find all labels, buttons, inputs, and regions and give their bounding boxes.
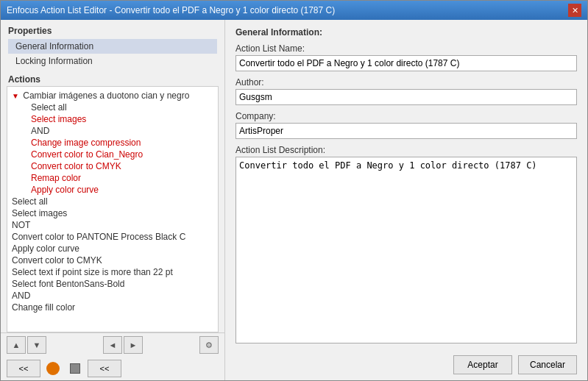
actions-label: Actions	[1, 71, 224, 86]
general-info-title: General Information:	[235, 27, 577, 38]
tree-child-apply-curve-1[interactable]: Apply color curve	[9, 184, 216, 196]
stop-btn[interactable]	[65, 360, 85, 377]
author-label: Author:	[235, 77, 577, 88]
record-icon	[46, 362, 60, 375]
down-icon: ▼	[33, 341, 41, 349]
record-btn[interactable]	[43, 360, 63, 377]
action-list-name-field-group: Action List Name:	[235, 43, 577, 71]
settings-icon: ⚙	[205, 341, 213, 350]
aceptar-button[interactable]: Aceptar	[453, 355, 512, 374]
left-toolbar: ▲ ▼ ◄ ► ⚙	[1, 332, 224, 357]
up-icon: ▲	[13, 341, 21, 349]
main-content: Properties General Information Locking I…	[1, 20, 587, 380]
properties-section: Properties General Information Locking I…	[1, 20, 224, 71]
tree-item-pantone[interactable]: Convert color to PANTONE Process Black C	[9, 231, 216, 243]
toolbar-nav-group: ▲ ▼	[7, 336, 46, 354]
tree-item-and-2[interactable]: AND	[9, 290, 216, 302]
tree-group-label: Cambiar imágenes a duotono cian y negro	[23, 90, 189, 101]
tree-item-convert-cmyk-2[interactable]: Convert color to CMYK	[9, 254, 216, 266]
properties-label: Properties	[8, 26, 217, 36]
tree-child-remap[interactable]: Remap color	[9, 172, 216, 184]
tree-arrow-icon: ▼	[12, 92, 19, 100]
action-list-name-label: Action List Name:	[235, 43, 577, 54]
toolbar-indent-group: ◄ ►	[103, 336, 143, 354]
company-label: Company:	[235, 111, 577, 121]
title-bar: Enfocus Action List Editor - Convertir t…	[1, 1, 587, 20]
actions-tree[interactable]: ▼ Cambiar imágenes a duotono cian y negr…	[7, 86, 219, 332]
tree-item-change-fill[interactable]: Change fill color	[9, 302, 216, 313]
tree-child-convert-cmyk-1[interactable]: Convert color to CMYK	[9, 160, 216, 172]
left-panel: Properties General Information Locking I…	[1, 20, 225, 380]
section-title-label: General Information:	[235, 27, 322, 38]
tree-item-select-images-2[interactable]: Select images	[9, 207, 216, 219]
tree-item-select-all-2[interactable]: Select all	[9, 196, 216, 207]
company-input[interactable]	[235, 123, 577, 139]
tree-child-select-images-1[interactable]: Select images	[9, 113, 216, 125]
prev-btn[interactable]: <<	[7, 360, 40, 377]
cancelar-button[interactable]: Cancelar	[518, 355, 577, 374]
toolbar-indent-left-btn[interactable]: ◄	[103, 336, 122, 354]
toolbar-settings-btn[interactable]: ⚙	[199, 336, 219, 354]
main-window: Enfocus Action List Editor - Convertir t…	[0, 0, 588, 381]
toolbar-indent-right-btn[interactable]: ►	[124, 336, 143, 354]
tree-group-cambiar[interactable]: ▼ Cambiar imágenes a duotono cian y negr…	[9, 90, 216, 102]
next-btn[interactable]: <<	[88, 360, 121, 377]
tree-item-select-text[interactable]: Select text if point size is more than 2…	[9, 266, 216, 278]
tree-child-change-compression[interactable]: Change image compression	[9, 137, 216, 149]
nav-item-locking[interactable]: Locking Information	[8, 54, 217, 68]
tree-item-not[interactable]: NOT	[9, 219, 216, 231]
tree-item-apply-curve-2[interactable]: Apply color curve	[9, 243, 216, 254]
toolbar-move-down-btn[interactable]: ▼	[27, 336, 46, 354]
bottom-row: << <<	[1, 357, 224, 380]
tree-child-and-1[interactable]: AND	[9, 125, 216, 137]
nav-item-general[interactable]: General Information	[8, 39, 217, 54]
description-textarea[interactable]: Convertir todo el PDF a Negro y 1 color …	[235, 157, 577, 343]
close-button[interactable]: ✕	[568, 4, 581, 17]
right-panel: General Information: Action List Name: A…	[225, 20, 587, 351]
tree-child-select-all-1[interactable]: Select all	[9, 102, 216, 113]
toolbar-move-up-btn[interactable]: ▲	[7, 336, 26, 354]
description-section: Action List Description: Convertir todo …	[235, 145, 577, 343]
company-field-group: Company:	[235, 111, 577, 139]
author-field-group: Author:	[235, 77, 577, 105]
right-area: General Information: Action List Name: A…	[225, 20, 587, 380]
author-input[interactable]	[235, 89, 577, 105]
tree-child-convert-cian[interactable]: Convert color to Cian_Negro	[9, 149, 216, 160]
indent-right-icon: ►	[130, 341, 138, 349]
tree-item-select-font[interactable]: Select font BentonSans-Bold	[9, 278, 216, 290]
action-list-name-input[interactable]	[235, 55, 577, 71]
bottom-buttons: Aceptar Cancelar	[225, 351, 587, 380]
stop-icon	[70, 363, 80, 374]
indent-left-icon: ◄	[109, 341, 117, 349]
window-title: Enfocus Action List Editor - Convertir t…	[7, 5, 335, 15]
actions-section: Actions ▼ Cambiar imágenes a duotono cia…	[1, 71, 224, 380]
description-label: Action List Description:	[235, 145, 577, 155]
